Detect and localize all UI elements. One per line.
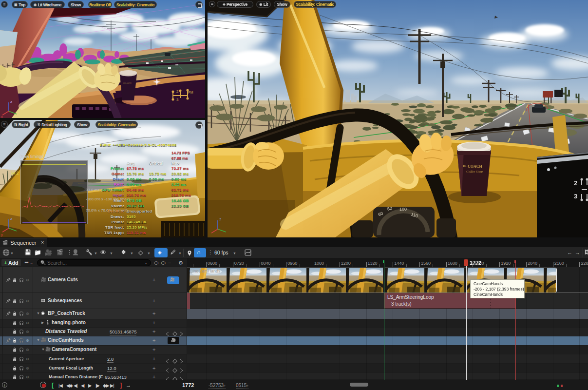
svg-text:PM: PM <box>188 91 193 94</box>
svg-text:100: 100 <box>399 207 407 212</box>
svg-text:80: 80 <box>387 206 393 212</box>
svg-text:Coffee Shop: Coffee Shop <box>466 170 483 174</box>
svg-text:COACH: COACH <box>123 82 132 84</box>
svg-text:2: 2 <box>176 89 179 94</box>
svg-text:x: x <box>1 115 3 118</box>
svg-text:™ COACH: ™ COACH <box>463 164 483 169</box>
svg-text:3: 3 <box>176 98 179 102</box>
svg-text:z: z <box>219 217 221 221</box>
svg-text:3: 3 <box>574 193 577 200</box>
svg-text:z: z <box>10 99 12 104</box>
svg-text:2: 2 <box>574 179 577 187</box>
